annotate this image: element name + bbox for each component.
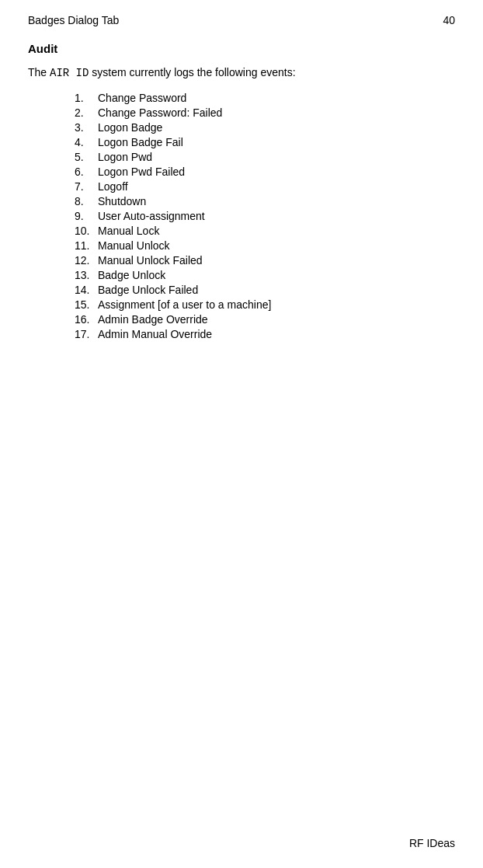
list-item-number: 17. bbox=[75, 328, 98, 340]
list-item-text: Change Password: Failed bbox=[98, 106, 222, 119]
header-page-number: 40 bbox=[443, 14, 455, 26]
header-row: Badges Dialog Tab 40 bbox=[28, 14, 455, 26]
list-item-number: 14. bbox=[75, 284, 98, 296]
list-item-number: 13. bbox=[75, 269, 98, 281]
list-item-text: Logon Badge Fail bbox=[98, 136, 183, 148]
page-container: Badges Dialog Tab 40 Audit The AIR ID sy… bbox=[0, 0, 483, 868]
air-id-mono: AIR ID bbox=[50, 67, 89, 79]
list-item-text: Logon Pwd bbox=[98, 151, 152, 163]
list-item-number: 4. bbox=[75, 136, 98, 148]
list-item-text: Manual Unlock bbox=[98, 239, 170, 252]
list-item-text: Admin Badge Override bbox=[98, 313, 208, 326]
list-item: 8.Shutdown bbox=[75, 195, 455, 207]
list-item-number: 10. bbox=[75, 225, 98, 237]
list-item: 13.Badge Unlock bbox=[75, 269, 455, 281]
list-item-text: Shutdown bbox=[98, 195, 146, 207]
list-item-number: 6. bbox=[75, 166, 98, 178]
list-item-number: 5. bbox=[75, 151, 98, 163]
list-item-text: Manual Lock bbox=[98, 225, 159, 237]
list-item-number: 8. bbox=[75, 195, 98, 207]
list-item: 12.Manual Unlock Failed bbox=[75, 254, 455, 267]
list-item-text: Badge Unlock bbox=[98, 269, 165, 281]
list-item-number: 7. bbox=[75, 180, 98, 193]
list-item: 11.Manual Unlock bbox=[75, 239, 455, 252]
list-item: 5.Logon Pwd bbox=[75, 151, 455, 163]
list-item-text: Logon Badge bbox=[98, 121, 162, 134]
list-item: 17.Admin Manual Override bbox=[75, 328, 455, 340]
list-item: 15.Assignment [of a user to a machine] bbox=[75, 298, 455, 311]
list-item-number: 11. bbox=[75, 239, 98, 252]
list-item: 16.Admin Badge Override bbox=[75, 313, 455, 326]
footer-brand: RF IDeas bbox=[409, 837, 455, 849]
list-item-text: Logoff bbox=[98, 180, 128, 193]
list-item: 10.Manual Lock bbox=[75, 225, 455, 237]
audit-list: 1.Change Password2.Change Password: Fail… bbox=[75, 92, 455, 340]
list-item-number: 2. bbox=[75, 106, 98, 119]
list-item-text: Logon Pwd Failed bbox=[98, 166, 185, 178]
list-item-number: 12. bbox=[75, 254, 98, 267]
list-item-number: 1. bbox=[75, 92, 98, 104]
list-item-text: Manual Unlock Failed bbox=[98, 254, 203, 267]
list-item-text: Admin Manual Override bbox=[98, 328, 212, 340]
list-item: 14.Badge Unlock Failed bbox=[75, 284, 455, 296]
list-item-number: 16. bbox=[75, 313, 98, 326]
header-title: Badges Dialog Tab bbox=[28, 14, 119, 26]
list-item: 9.User Auto-assignment bbox=[75, 210, 455, 222]
list-item: 3.Logon Badge bbox=[75, 121, 455, 134]
list-item-text: Change Password bbox=[98, 92, 186, 104]
list-item: 6.Logon Pwd Failed bbox=[75, 166, 455, 178]
footer-row: RF IDeas bbox=[409, 837, 455, 849]
list-item-text: Assignment [of a user to a machine] bbox=[98, 298, 271, 311]
intro-text: The AIR ID system currently logs the fol… bbox=[28, 66, 455, 79]
list-item-text: User Auto-assignment bbox=[98, 210, 205, 222]
list-item-number: 15. bbox=[75, 298, 98, 311]
section-heading: Audit bbox=[28, 42, 455, 55]
list-item: 4.Logon Badge Fail bbox=[75, 136, 455, 148]
list-item: 7.Logoff bbox=[75, 180, 455, 193]
list-item: 1.Change Password bbox=[75, 92, 455, 104]
list-item-number: 3. bbox=[75, 121, 98, 134]
list-item-text: Badge Unlock Failed bbox=[98, 284, 198, 296]
list-item-number: 9. bbox=[75, 210, 98, 222]
list-item: 2.Change Password: Failed bbox=[75, 106, 455, 119]
